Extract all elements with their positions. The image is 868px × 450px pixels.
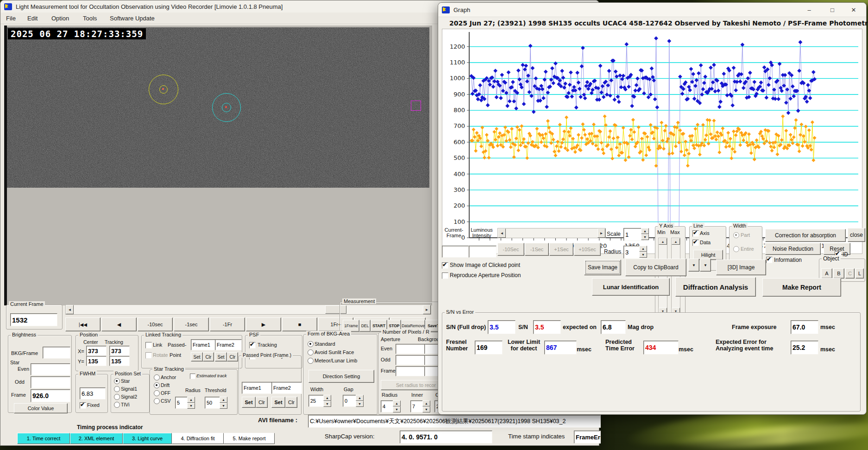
linked-set1-button[interactable]: Set bbox=[191, 352, 203, 361]
plus-1sec-graph-button[interactable]: +1Sec bbox=[549, 243, 573, 256]
radio-tivi[interactable] bbox=[114, 402, 120, 408]
reproduce-aperture-checkbox[interactable] bbox=[442, 273, 448, 279]
expected-field[interactable]: 6.8 bbox=[601, 320, 626, 334]
correction-absorption-button[interactable]: Correction for absorption bbox=[765, 229, 846, 242]
tab-light-curve[interactable]: 3. Light curve bbox=[123, 433, 172, 444]
passed-set2-button[interactable]: Set bbox=[271, 397, 285, 408]
expected-error-field[interactable]: 25.2 bbox=[791, 341, 818, 355]
object-a-button[interactable]: A bbox=[821, 268, 832, 279]
x-center-field[interactable]: 373 bbox=[86, 346, 107, 356]
dropdown-button-1[interactable]: ▼ bbox=[688, 259, 699, 272]
object-c-button[interactable]: C bbox=[845, 268, 855, 279]
y-max-scrollbar[interactable]: ▲▼ bbox=[671, 238, 680, 315]
tab-diffraction-fit[interactable]: 4. Diffraction fit bbox=[172, 433, 224, 444]
object-b-button[interactable]: B bbox=[833, 268, 844, 279]
avi-filename-field[interactable]: C:¥Users¥owner¥Documents¥天文¥202506¥20250… bbox=[308, 415, 601, 428]
linked-frame1-field[interactable]: Frame1 bbox=[191, 339, 218, 350]
radio-star[interactable] bbox=[114, 378, 120, 384]
dropdown-button-2[interactable]: ▼ bbox=[700, 259, 711, 272]
threshold-spinner[interactable]: ▲▼ bbox=[220, 397, 227, 409]
pixels-frame-ap-field[interactable] bbox=[396, 366, 425, 376]
passed-frame2-field[interactable]: Frame2 bbox=[271, 382, 302, 394]
fwhm-field[interactable]: 6.83 bbox=[80, 387, 106, 399]
radio-signal2[interactable] bbox=[114, 394, 120, 400]
stop-playback-button[interactable]: ■ bbox=[282, 317, 317, 331]
radio-anchor[interactable] bbox=[154, 374, 160, 380]
minus-10sec-button[interactable]: -10sec bbox=[138, 317, 173, 331]
marker-square-magenta[interactable] bbox=[411, 101, 421, 111]
play-button[interactable]: ▶ bbox=[246, 317, 281, 331]
tab-make-report[interactable]: 5. Make report bbox=[224, 433, 275, 444]
graph-scrollbar[interactable]: ◄► bbox=[497, 228, 606, 238]
close-window-button[interactable]: ✕ bbox=[845, 5, 862, 15]
pixels-inner-spinner[interactable]: ▲▼ bbox=[422, 400, 430, 412]
line-axis-checkbox[interactable] bbox=[692, 230, 699, 237]
linked-clr2-button[interactable]: Clr bbox=[227, 352, 238, 361]
line-data-checkbox[interactable] bbox=[692, 240, 699, 246]
sn-field[interactable]: 3.5 bbox=[533, 320, 561, 334]
timestamp-mode-field[interactable]: FrameEnd bbox=[574, 431, 601, 444]
menu-option[interactable]: Option bbox=[49, 14, 72, 23]
radio-signal1[interactable] bbox=[114, 386, 120, 392]
link-checkbox[interactable] bbox=[145, 342, 152, 349]
object-l-button[interactable]: L bbox=[855, 268, 864, 279]
radio-avoid-sunlit[interactable] bbox=[308, 349, 314, 355]
maximize-button[interactable]: □ bbox=[824, 5, 841, 15]
plus-10sec-graph-button[interactable]: +10Sec bbox=[574, 243, 601, 256]
make-report-button[interactable]: Make Report bbox=[762, 278, 841, 297]
show-image-checkbox[interactable] bbox=[442, 262, 448, 269]
y-min-scrollbar[interactable]: ▲▼ bbox=[658, 238, 667, 315]
linked-clr1-button[interactable]: Clr bbox=[203, 352, 214, 361]
current-frame-field[interactable]: 1532 bbox=[10, 313, 57, 326]
star-odd-field[interactable] bbox=[31, 376, 70, 388]
passed-frame1-field[interactable]: Frame1 bbox=[242, 382, 272, 394]
luminous-field[interactable] bbox=[469, 246, 497, 258]
rotate-checkbox[interactable] bbox=[145, 352, 152, 359]
passed-clr2-button[interactable]: Clr bbox=[285, 397, 297, 408]
lunar-identification-button[interactable]: Lunar Identification bbox=[592, 278, 670, 296]
fresnel-field[interactable]: 169 bbox=[475, 341, 503, 355]
image-3d-button[interactable]: [3D] Image bbox=[716, 260, 766, 275]
menu-tools[interactable]: Tools bbox=[80, 14, 100, 23]
save-image-button[interactable]: Save Image bbox=[584, 260, 621, 275]
tab-xml-element[interactable]: 2. XML element bbox=[70, 433, 123, 444]
sn-full-field[interactable]: 3.5 bbox=[488, 320, 516, 334]
information-checkbox[interactable] bbox=[766, 257, 773, 263]
y-center-field[interactable]: 135 bbox=[86, 356, 107, 366]
minus-10sec-graph-button[interactable]: -10Sec bbox=[497, 243, 524, 256]
radio-drift[interactable] bbox=[154, 382, 160, 388]
tracking-radius-spinner[interactable]: ▲▼ bbox=[187, 397, 195, 409]
predicted-field[interactable]: 434 bbox=[643, 341, 679, 355]
noise-reduction-button[interactable]: Noise Reduction bbox=[765, 243, 821, 255]
passed-set1-button[interactable]: Set bbox=[242, 397, 256, 408]
radio-meteor-limb[interactable] bbox=[308, 358, 314, 364]
star-even-field[interactable] bbox=[31, 363, 70, 375]
bkg-frame-field[interactable] bbox=[43, 347, 70, 359]
frame-brightness-field[interactable]: 926.0 bbox=[31, 389, 70, 402]
light-curve-chart[interactable]: 0100200300400500600700800900100011001200… bbox=[442, 29, 862, 254]
scale-spinner[interactable]: ▲▼ bbox=[641, 228, 649, 240]
width-spinner[interactable]: ▲▼ bbox=[323, 395, 331, 407]
gcf-field[interactable] bbox=[442, 246, 469, 258]
y-tracking-field[interactable]: 135 bbox=[109, 356, 130, 366]
radio-off[interactable] bbox=[154, 390, 160, 396]
linked-set2-button[interactable]: Set bbox=[215, 352, 227, 361]
tab-time-correct[interactable]: 1. Time correct bbox=[17, 433, 70, 444]
minus-1frame-button[interactable]: -1Fr bbox=[210, 317, 245, 331]
linked-frame2-field[interactable]: Frame2 bbox=[215, 339, 242, 350]
pixels-even-ap-field[interactable] bbox=[396, 344, 425, 354]
minimize-button[interactable]: – bbox=[800, 5, 818, 15]
width-part-radio[interactable] bbox=[733, 232, 739, 238]
skip-start-button[interactable]: |◀◀ bbox=[65, 317, 101, 331]
pixels-odd-ap-field[interactable] bbox=[396, 355, 425, 365]
frame-exposure-field[interactable]: 67.0 bbox=[791, 320, 818, 334]
close-graph-button[interactable]: close bbox=[848, 228, 865, 242]
graph-radius-spinner[interactable]: ▲▼ bbox=[639, 246, 647, 258]
menu-file[interactable]: File bbox=[3, 14, 19, 23]
direction-setting-button[interactable]: Direction Setting bbox=[308, 370, 374, 383]
menu-software-update[interactable]: Software Update bbox=[107, 14, 157, 23]
sharpcap-version-field[interactable]: 4. 0. 9571. 0 bbox=[400, 431, 492, 444]
one-frame-button[interactable]: 1Frame bbox=[343, 320, 359, 332]
minus-1sec-button[interactable]: -1sec bbox=[174, 317, 209, 331]
passed-clr1-button[interactable]: Clr bbox=[256, 397, 268, 408]
